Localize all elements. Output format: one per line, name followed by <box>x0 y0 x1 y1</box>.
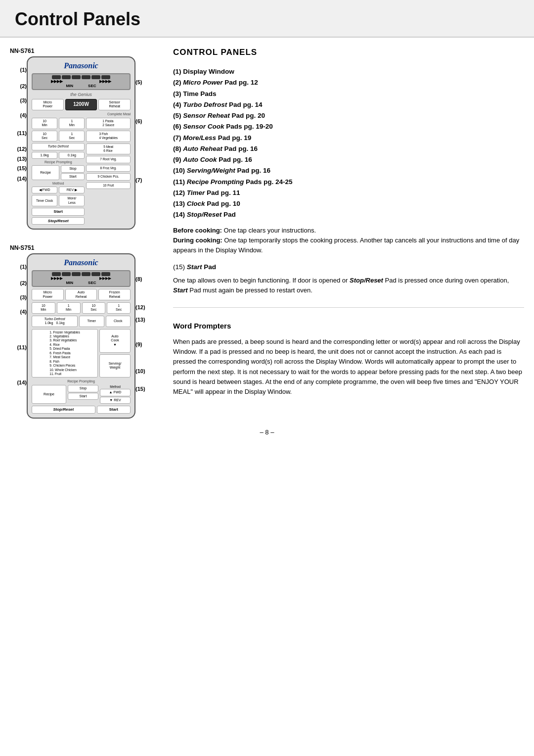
row-power-761: MicroPower 1200W SensorReheat <box>32 99 131 110</box>
right-labels-751: (8) (12) (13) (9) (10) (15) <box>135 253 152 392</box>
row-power-751: MicroPower AutoReheat FrozenReheat <box>32 289 131 300</box>
nn-s751-diagram: NN-S751 (1) (2) (3) (4) (11) (14) Panaso… <box>10 244 163 419</box>
label-751-11: (11) <box>17 319 27 376</box>
btn-10sec-751[interactable]: 10Sec <box>82 302 106 314</box>
list-item-1: (1) Display Window <box>173 66 524 77</box>
recipe-prompting-label-761: Recipe Prompting <box>32 160 85 164</box>
rlabel-761-5: (5) <box>135 75 142 89</box>
btn-1sec-751[interactable]: 1Sec <box>107 302 131 314</box>
btn-turbo-defrost-761[interactable]: Turbo Defrost <box>32 143 85 150</box>
btn-recipe-751[interactable]: Recipe <box>32 385 66 404</box>
btn-1min-751[interactable]: 1Min <box>57 302 81 314</box>
list-item-13: (13) Clock Pad pg. 10 <box>173 198 524 209</box>
row-fwd-rev-761: ◀ FWD REV ▶ <box>32 187 85 193</box>
label-761-1: (1) <box>20 60 27 79</box>
dot4 <box>82 75 90 79</box>
food-root-761: 7 Root Veg. <box>86 156 131 163</box>
nn-s761-diagram: NN-S761 (1) (2) (3) (4) (11) (12) (13) (… <box>10 47 163 230</box>
btn-fwd-761[interactable]: ◀ FWD <box>32 187 57 193</box>
method-col-751: Method ▲ FWD ▼ REV <box>100 385 131 404</box>
food-chicken-761: 9 Chicken Pcs. <box>86 173 131 180</box>
rlabel-761-6: (6) <box>135 89 142 153</box>
btn-1kg-761[interactable]: 1.0kg <box>32 152 57 159</box>
btn-watt-761[interactable]: 1200W <box>65 99 97 110</box>
btn-10min-751[interactable]: 10Min <box>32 302 55 314</box>
btn-clock-751[interactable]: Clock <box>106 316 131 327</box>
btn-rev-761[interactable]: REV ▶ <box>59 187 85 193</box>
btn-micro-power-761[interactable]: MicroPower <box>32 99 64 110</box>
dot2 <box>62 75 71 79</box>
stop-start-col-751: Stop Start <box>68 385 98 404</box>
rlabel-761-7: (7) <box>135 153 142 183</box>
btn-start-main-751[interactable]: Start <box>97 406 131 414</box>
list-item-2: (2) Micro Power Pad pg. 12 <box>173 77 524 88</box>
control-panels-list: (1) Display Window (2) Micro Power Pad p… <box>173 66 524 221</box>
btn-01kg-761[interactable]: 0.1kg <box>59 152 85 159</box>
display-labels-761: MIN SEC <box>66 84 96 88</box>
dot6-751 <box>101 272 110 276</box>
display-761: ▶▶▶▶ ▶▶▶▶ MIN SEC <box>32 73 131 90</box>
page-title: Control Panels <box>15 9 519 30</box>
list-item-11: (11) Recipe Prompting Pads pg. 24-25 <box>173 177 524 188</box>
label-751-3: (3) <box>20 290 27 305</box>
row-recipe-751: Recipe Stop Start Method ▲ FWD ▼ REV <box>32 385 131 404</box>
btn-recipe-761[interactable]: Recipe <box>32 165 59 180</box>
label-sec-751: SEC <box>88 281 96 285</box>
btn-stop-reset-761[interactable]: Stop/Reset <box>32 217 85 225</box>
label-min-751: MIN <box>66 281 73 285</box>
dot4-751 <box>82 272 90 276</box>
btn-timer-751[interactable]: Timer <box>79 316 104 327</box>
btn-start-761[interactable]: Start <box>61 173 85 180</box>
label-761-3: (3) <box>20 93 27 108</box>
list-item-14: (14) Stop/Reset Pad <box>173 209 524 220</box>
genious-761: the Genius <box>32 92 131 97</box>
display-row2-751: ▶▶▶▶▶▶▶▶ <box>33 276 130 281</box>
btn-frozen-reheat-751[interactable]: FrozenReheat <box>98 289 131 300</box>
before-cooking-text: Before cooking: One tap clears your inst… <box>173 226 524 255</box>
food-froz-761: 8 Froz.Veg. <box>86 165 131 172</box>
row-food-751: 1. Frozen Vegetables 2. Vegetables 3. Ro… <box>32 329 131 378</box>
dot2-751 <box>62 272 71 276</box>
label-761-14: (14) <box>17 173 27 184</box>
btn-sensor-reheat-761[interactable]: SensorReheat <box>98 99 131 110</box>
btn-serving-weight-751[interactable]: Serving/Weight <box>99 354 131 378</box>
btn-start-751[interactable]: Start <box>68 393 98 400</box>
btn-1sec-761[interactable]: 1Sec <box>59 131 85 142</box>
list-item-4: (4) Turbo Defrost Pad pg. 14 <box>173 99 524 110</box>
btn-stop-751[interactable]: Stop <box>68 385 98 392</box>
section-divider <box>173 307 524 308</box>
btn-timer-clock-761[interactable]: Timer Clock <box>32 195 57 206</box>
label-761-13: (13) <box>17 154 27 163</box>
list-item-6: (6) Sensor Cook Pads pg. 19-20 <box>173 121 524 132</box>
food-meat-rice-761: 5 Meat6 Rice <box>86 143 131 155</box>
btn-fwd-751[interactable]: ▲ FWD <box>100 389 131 396</box>
btn-more-less-761[interactable]: More/Less <box>59 195 85 206</box>
btn-10sec-761[interactable]: 10Sec <box>32 131 57 142</box>
page-number: – 8 – <box>0 428 534 436</box>
list-item-12: (12) Timer Pad pg. 11 <box>173 188 524 198</box>
btn-stop-761[interactable]: Stop <box>61 165 85 172</box>
btn-auto-cook-751[interactable]: AutoCook▼ <box>99 329 131 353</box>
btn-start-main-761[interactable]: Start <box>32 208 85 216</box>
label-761-4: (4) <box>20 108 27 123</box>
food-list-751: 1. Frozen Vegetables 2. Vegetables 3. Ro… <box>32 329 98 378</box>
list-item-7: (7) More/Less Pad pg. 19 <box>173 133 524 143</box>
btn-micro-power-751[interactable]: MicroPower <box>32 289 64 300</box>
section-title: CONTROL PANELS <box>173 47 524 57</box>
food-col-761: 1 Pasta2 Sauce 3 Fish4 Vegetables 5 Meat… <box>86 118 131 225</box>
page: Control Panels NN-S761 (1) (2) (3) (4) (… <box>0 0 534 439</box>
dot1-751 <box>52 272 61 276</box>
btn-10min-761[interactable]: 10Min <box>32 118 57 129</box>
dot6 <box>101 75 110 79</box>
stop-start-col-761: Stop Start <box>61 165 85 180</box>
list-item-3: (3) Time Pads <box>173 89 524 99</box>
label-761-12: (12) <box>17 143 27 154</box>
display-arrow-row: ▶▶▶▶ <box>51 79 63 84</box>
btn-rev-751[interactable]: ▼ REV <box>100 397 131 404</box>
brand-761: Panasonic <box>32 61 131 70</box>
btn-stop-reset-751[interactable]: Stop/Reset <box>32 406 95 414</box>
row-min-761: 10Min 1Min <box>32 118 85 129</box>
btn-turbo-defrost-751[interactable]: Turbo Defrost1.0kg0.1kg <box>32 316 78 327</box>
btn-auto-reheat-751[interactable]: AutoReheat <box>65 289 97 300</box>
btn-1min-761[interactable]: 1Min <box>59 118 85 129</box>
